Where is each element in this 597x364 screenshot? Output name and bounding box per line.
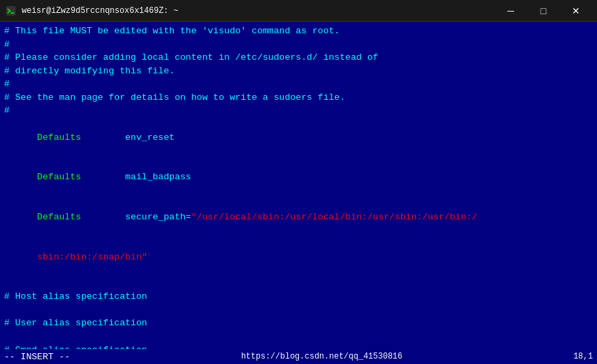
defaults-keyword: Defaults xyxy=(37,212,82,222)
line-5: # xyxy=(4,77,593,91)
minimize-button[interactable]: ─ xyxy=(495,1,526,21)
defaults-value: mail_badpass xyxy=(125,172,191,182)
line-8: Defaults env_reset xyxy=(4,117,593,158)
line-text: # Please consider adding local content i… xyxy=(4,52,378,62)
line-3: # Please consider adding local content i… xyxy=(4,51,593,65)
defaults-key: secure_path= xyxy=(125,212,191,222)
line-text: # directly modifying this file. xyxy=(4,66,175,76)
line-text: # Host alias specification xyxy=(4,291,147,302)
line-10: Defaults secure_path="/usr/local/sbin:/u… xyxy=(4,197,593,237)
defaults-keyword: Defaults xyxy=(37,172,82,182)
terminal[interactable]: # This file MUST be edited with the 'vis… xyxy=(0,22,597,364)
terminal-icon xyxy=(5,5,16,16)
terminal-content: # This file MUST be edited with the 'vis… xyxy=(4,24,593,364)
line-host-alias: # Host alias specification xyxy=(4,290,593,304)
defaults-string: "/usr/local/sbin:/usr/local/bin:/usr/sbi… xyxy=(191,212,477,222)
line-4: # directly modifying this file. xyxy=(4,65,593,78)
insert-mode: -- INSERT -- xyxy=(4,352,70,362)
line-6: # See the man page for details on how to… xyxy=(4,91,593,105)
defaults-value: env_reset xyxy=(125,132,175,143)
line-info: 18,1 xyxy=(573,352,593,361)
line-text: # User alias specification xyxy=(4,318,147,328)
line-empty-1 xyxy=(4,277,593,291)
line-empty-3 xyxy=(4,330,593,344)
title-bar: weisr@iZwz9d5rccnqnsox6x1469Z: ~ ─ □ ✕ xyxy=(0,0,597,22)
line-7: # xyxy=(4,104,593,117)
line-text: # xyxy=(4,39,10,50)
defaults-keyword: Defaults xyxy=(37,132,82,143)
line-text: # xyxy=(4,79,10,89)
line-text: # This file MUST be edited with the 'vis… xyxy=(4,26,340,36)
line-1: # This file MUST be edited with the 'vis… xyxy=(4,24,593,38)
line-text: # See the man page for details on how to… xyxy=(4,92,345,103)
maximize-button[interactable]: □ xyxy=(528,1,559,21)
line-empty-2 xyxy=(4,304,593,317)
line-text: # xyxy=(4,105,10,115)
window-title: weisr@iZwz9d5rccnqnsox6x1469Z: ~ xyxy=(22,6,495,16)
defaults-string-cont: sbin:/bin:/snap/bin" xyxy=(37,252,147,262)
window-controls: ─ □ ✕ xyxy=(495,1,592,21)
line-user-alias: # User alias specification xyxy=(4,316,593,330)
line-10b: sbin:/bin:/snap/bin" xyxy=(4,237,593,277)
line-9: Defaults mail_badpass xyxy=(4,158,593,198)
url-info: https://blog.csdn.net/qq_41530816 xyxy=(241,352,403,361)
status-bar: -- INSERT -- https://blog.csdn.net/qq_41… xyxy=(0,349,597,364)
line-2: # xyxy=(4,38,593,52)
close-button[interactable]: ✕ xyxy=(560,1,592,21)
